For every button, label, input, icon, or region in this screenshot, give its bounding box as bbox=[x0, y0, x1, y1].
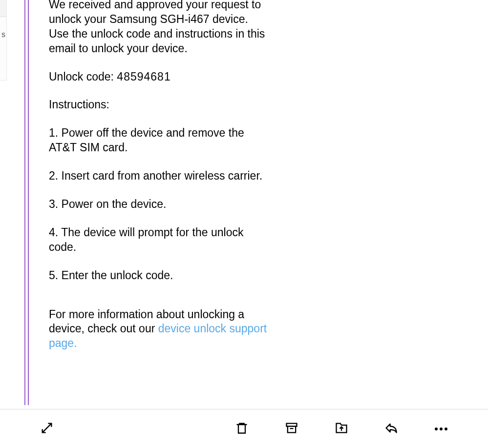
expand-button[interactable] bbox=[39, 421, 55, 437]
archive-button[interactable] bbox=[284, 421, 299, 437]
instruction-step: 4. The device will prompt for the unlock… bbox=[49, 225, 269, 255]
more-icon bbox=[435, 428, 447, 430]
instruction-step: 1. Power off the device and remove the A… bbox=[49, 126, 269, 155]
instruction-step: 3. Power on the device. bbox=[49, 197, 269, 212]
more-info-paragraph: For more information about unlocking a d… bbox=[49, 307, 269, 351]
left-panel-fragment-bottom bbox=[0, 17, 7, 81]
email-toolbar bbox=[0, 409, 488, 448]
more-button[interactable] bbox=[433, 421, 449, 437]
unlock-code-line: Unlock code: 48594681 bbox=[49, 70, 269, 84]
move-button[interactable] bbox=[334, 421, 349, 437]
left-panel-text-fragment: s bbox=[1, 30, 5, 39]
reply-icon bbox=[384, 421, 398, 437]
unlock-code-value: 48594681 bbox=[117, 70, 170, 83]
delete-button[interactable] bbox=[234, 421, 250, 437]
expand-icon bbox=[40, 421, 54, 437]
instruction-step: 5. Enter the unlock code. bbox=[49, 268, 269, 283]
archive-icon bbox=[285, 421, 298, 437]
reply-button[interactable] bbox=[383, 421, 399, 437]
email-quote-bars bbox=[24, 0, 29, 405]
instruction-step: 2. Insert card from another wireless car… bbox=[49, 169, 269, 183]
email-body: We received and approved your request to… bbox=[49, 0, 269, 365]
trash-icon bbox=[235, 421, 249, 437]
folder-up-icon bbox=[335, 421, 348, 437]
left-panel-fragment-top bbox=[0, 0, 7, 17]
instructions-heading: Instructions: bbox=[49, 98, 269, 112]
unlock-code-label: Unlock code: bbox=[49, 70, 114, 83]
email-intro-paragraph: We received and approved your request to… bbox=[49, 0, 269, 56]
